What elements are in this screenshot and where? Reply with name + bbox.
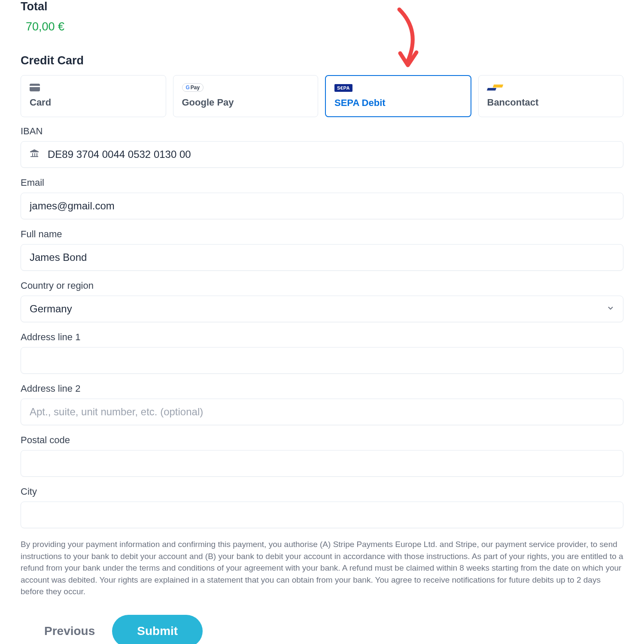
credit-card-icon: [30, 84, 40, 91]
payment-method-sepa-debit[interactable]: S€PA SEPA Debit: [325, 75, 471, 117]
full-name-input[interactable]: [21, 244, 623, 271]
sepa-mandate-disclaimer: By providing your payment information an…: [21, 538, 623, 598]
payment-method-card[interactable]: Card: [21, 75, 166, 117]
payment-method-label: Bancontact: [487, 97, 615, 108]
sepa-icon: S€PA: [334, 84, 352, 92]
iban-label: IBAN: [21, 126, 623, 137]
address1-label: Address line 1: [21, 332, 623, 343]
payment-method-bancontact[interactable]: Bancontact: [478, 75, 624, 117]
google-pay-icon: GPay: [182, 83, 204, 92]
total-label: Total: [21, 0, 623, 13]
full-name-label: Full name: [21, 229, 623, 240]
address2-input[interactable]: [21, 399, 623, 425]
payment-method-label: Card: [30, 97, 157, 108]
city-label: City: [21, 486, 623, 497]
country-select[interactable]: Germany: [21, 296, 623, 322]
payment-method-tabs: Card GPay Google Pay S€PA SEPA Debit Ban…: [21, 75, 623, 117]
bancontact-icon: [487, 85, 504, 91]
payment-method-label: Google Pay: [182, 97, 310, 108]
city-input[interactable]: [21, 502, 623, 528]
total-amount: 70,00 €: [26, 20, 623, 33]
previous-button[interactable]: Previous: [44, 624, 95, 638]
payment-method-google-pay[interactable]: GPay Google Pay: [173, 75, 319, 117]
email-label: Email: [21, 177, 623, 188]
section-title: Credit Card: [21, 54, 623, 67]
payment-method-label: SEPA Debit: [334, 97, 462, 109]
iban-input[interactable]: [21, 141, 623, 168]
address2-label: Address line 2: [21, 383, 623, 394]
address1-input[interactable]: [21, 347, 623, 374]
bank-icon: [29, 148, 39, 160]
postal-label: Postal code: [21, 435, 623, 446]
country-label: Country or region: [21, 280, 623, 291]
submit-button[interactable]: Submit: [112, 615, 203, 644]
postal-input[interactable]: [21, 450, 623, 477]
email-input[interactable]: [21, 193, 623, 219]
